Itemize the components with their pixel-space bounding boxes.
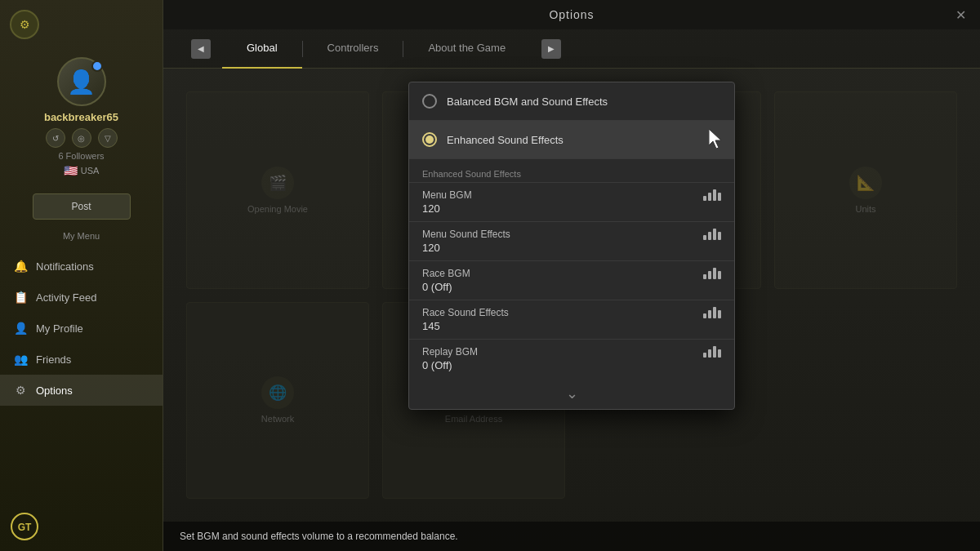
menu-sfx-value: 120 xyxy=(422,240,721,259)
bar-4 xyxy=(718,349,721,358)
close-button[interactable]: ✕ xyxy=(951,5,970,24)
tab-prev-button[interactable]: ◀ xyxy=(180,39,222,59)
bar-3 xyxy=(713,189,716,201)
race-sfx-top: Race Sound Effects xyxy=(422,307,721,318)
bar-2 xyxy=(708,271,711,279)
sidebar-header: ⚙ xyxy=(0,0,163,49)
tab-global-label: Global xyxy=(247,42,278,54)
bar-2 xyxy=(708,232,711,240)
country-label: USA xyxy=(81,166,100,176)
sound-section-header-label: Enhanced Sound Effects xyxy=(422,169,521,179)
network-label: Network xyxy=(261,414,294,424)
gt-logo: GT xyxy=(10,512,39,541)
post-button[interactable]: Post xyxy=(33,193,131,220)
sidebar-item-profile-label: My Profile xyxy=(36,322,83,335)
flag-icon: 🇺🇸 xyxy=(64,164,78,177)
options-header: Options ✕ xyxy=(163,0,980,29)
bar-4 xyxy=(718,193,721,201)
activity-feed-icon: 📋 xyxy=(13,290,28,304)
sound-row-replay-bgm[interactable]: Replay BGM 0 (Off) xyxy=(409,340,734,378)
opening-movie-icon: 🎬 xyxy=(261,167,294,199)
tab-global[interactable]: Global xyxy=(222,29,302,69)
sidebar-item-notifications-label: Notifications xyxy=(36,260,94,273)
followers-label: 6 Followers xyxy=(58,151,104,161)
menu-bgm-label: Menu BGM xyxy=(422,189,472,201)
sidebar: ⚙ 👤 backbreaker65 ↺ ◎ ▽ 6 Followers 🇺🇸 U… xyxy=(0,0,163,551)
main-content: Options ✕ ◀ Global Controllers About the… xyxy=(163,0,980,551)
sidebar-item-activity-feed[interactable]: 📋 Activity Feed xyxy=(0,282,163,313)
menu-bgm-bars xyxy=(703,189,721,201)
sound-row-menu-sfx[interactable]: Menu Sound Effects 120 xyxy=(409,222,734,261)
tab-controllers[interactable]: Controllers xyxy=(303,29,403,69)
bar-2 xyxy=(708,193,711,201)
sound-row-race-sfx[interactable]: Race Sound Effects 145 xyxy=(409,300,734,340)
stat-icon-2: ◎ xyxy=(72,128,91,148)
sound-row-menu-bgm[interactable]: Menu BGM 120 xyxy=(409,183,734,222)
bar-1 xyxy=(703,274,706,279)
units-icon: 📐 xyxy=(849,167,882,199)
bar-1 xyxy=(703,196,706,201)
bg-card-units: 📐 Units xyxy=(774,91,957,289)
sound-section-enhanced-header: Enhanced Sound Effects xyxy=(422,166,721,180)
bar-2 xyxy=(708,349,711,358)
bg-card-network: 🌐 Network xyxy=(186,302,369,500)
network-icon: 🌐 xyxy=(261,376,294,409)
replay-bgm-bars xyxy=(703,346,721,358)
race-bgm-label: Race BGM xyxy=(422,268,470,279)
status-bar: Set BGM and sound effects volume to a re… xyxy=(163,522,980,551)
menu-sfx-inner: Menu Sound Effects 120 xyxy=(422,229,721,259)
status-text: Set BGM and sound effects volume to a re… xyxy=(180,531,458,542)
menu-bgm-top: Menu BGM xyxy=(422,189,721,201)
race-sfx-label: Race Sound Effects xyxy=(422,307,509,318)
bar-3 xyxy=(713,346,716,358)
sidebar-item-my-profile[interactable]: 👤 My Profile xyxy=(0,313,163,344)
flag-area: 🇺🇸 USA xyxy=(64,164,100,177)
bar-1 xyxy=(703,353,706,358)
tab-nav-next-icon: ▶ xyxy=(541,39,561,59)
opening-movie-label: Opening Movie xyxy=(247,204,308,214)
race-sfx-inner: Race Sound Effects 145 xyxy=(422,307,721,337)
race-sfx-value: 145 xyxy=(422,318,721,337)
avatar-area: 👤 backbreaker65 ↺ ◎ ▽ 6 Followers 🇺🇸 USA xyxy=(0,49,163,185)
radio-balanced xyxy=(422,94,437,109)
bar-3 xyxy=(713,268,716,279)
notifications-icon: 🔔 xyxy=(13,259,28,273)
menu-bgm-inner: Menu BGM 120 xyxy=(422,189,721,220)
sidebar-item-notifications[interactable]: 🔔 Notifications xyxy=(0,251,163,282)
tab-about-label: About the Game xyxy=(428,42,506,54)
sound-row-race-bgm[interactable]: Race BGM 0 (Off) xyxy=(409,261,734,300)
tab-about-game[interactable]: About the Game xyxy=(403,29,530,69)
radio-enhanced xyxy=(422,132,437,147)
units-label: Units xyxy=(855,204,875,214)
bar-4 xyxy=(718,310,721,318)
dropdown-option-enhanced[interactable]: Enhanced Sound Effects xyxy=(409,121,734,159)
scroll-down-button[interactable]: ⌄ xyxy=(409,378,734,409)
tab-nav-prev-icon: ◀ xyxy=(191,39,211,59)
avatar: 👤 xyxy=(57,57,106,106)
dropdown-option-balanced-label: Balanced BGM and Sound Effects xyxy=(447,96,608,108)
svg-text:GT: GT xyxy=(18,522,32,533)
friends-icon: 👥 xyxy=(13,352,28,367)
gt-logo-svg: GT xyxy=(10,512,39,541)
email-label: Email Address xyxy=(445,414,502,424)
replay-bgm-label: Replay BGM xyxy=(422,346,478,358)
dropdown-overlay[interactable]: Balanced BGM and Sound Effects Enhanced … xyxy=(408,82,735,410)
chevron-down-icon: ⌄ xyxy=(566,384,578,402)
race-sfx-bars xyxy=(703,307,721,318)
bar-1 xyxy=(703,235,706,240)
sidebar-item-activity-label: Activity Feed xyxy=(36,291,96,304)
sidebar-item-friends[interactable]: 👥 Friends xyxy=(0,344,163,375)
sound-row-header: Enhanced Sound Effects xyxy=(409,159,734,183)
dropdown-option-balanced[interactable]: Balanced BGM and Sound Effects xyxy=(409,82,734,121)
tab-next-button[interactable]: ▶ xyxy=(530,39,572,59)
race-bgm-inner: Race BGM 0 (Off) xyxy=(422,268,721,298)
bar-1 xyxy=(703,313,706,318)
race-bgm-top: Race BGM xyxy=(422,268,721,279)
dropdown-option-enhanced-label: Enhanced Sound Effects xyxy=(447,134,564,146)
replay-bgm-inner: Replay BGM 0 (Off) xyxy=(422,346,721,376)
menu-bgm-value: 120 xyxy=(422,201,721,220)
replay-bgm-top: Replay BGM xyxy=(422,346,721,358)
username-label: backbreaker65 xyxy=(44,111,118,123)
sidebar-item-options[interactable]: ⚙ Options xyxy=(0,375,163,406)
radio-inner-enhanced xyxy=(425,136,434,144)
